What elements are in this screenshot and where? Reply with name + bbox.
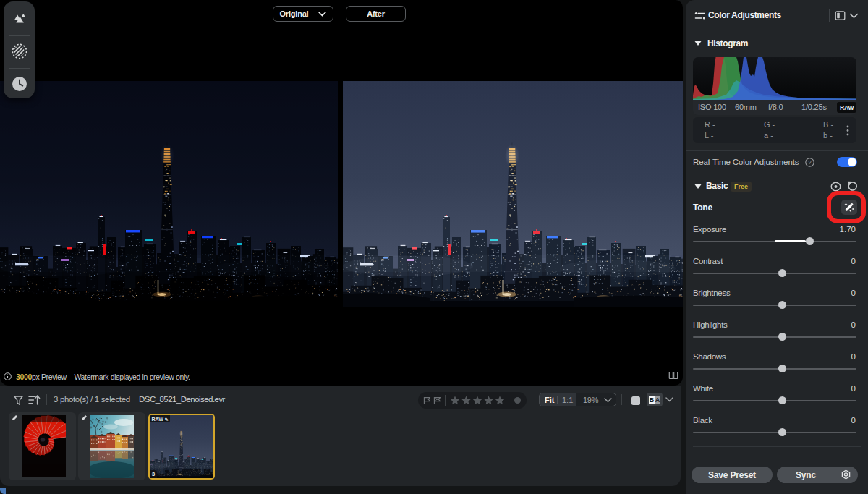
svg-text:?: ?	[808, 159, 812, 166]
